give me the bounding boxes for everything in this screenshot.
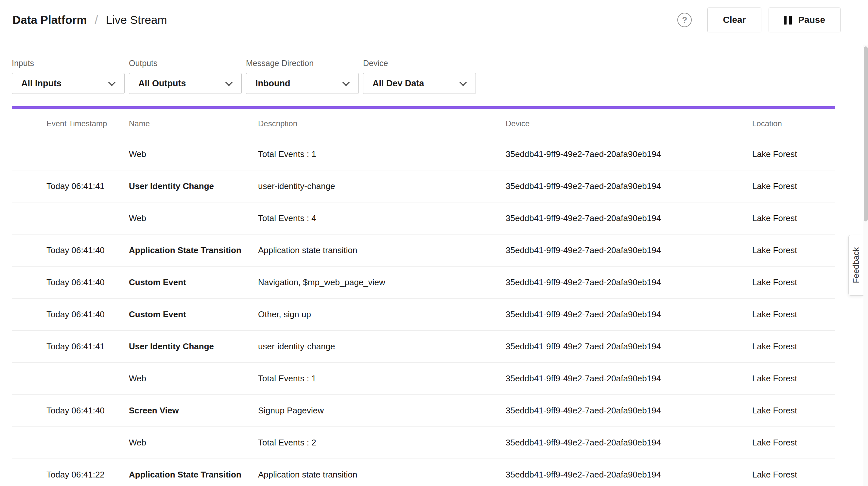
event-name: User Identity Change [129,341,258,352]
table-row[interactable]: Today 06:41:40 Custom Event Other, sign … [12,299,835,331]
filter-group-outputs: Outputs All Outputs [129,59,242,94]
event-table: Event Timestamp Name Description Device … [12,109,835,486]
filter-bar: Inputs All Inputs Outputs All Outputs Me… [0,44,868,94]
event-device: 35eddb41-9ff9-49e2-7aed-20afa90eb194 [506,469,752,480]
event-device: 35eddb41-9ff9-49e2-7aed-20afa90eb194 [506,309,752,320]
event-timestamp: Today 06:41:41 [46,341,129,352]
pause-button-label: Pause [798,15,826,25]
event-location: Lake Forest [752,309,835,320]
scrollbar-thumb[interactable] [864,47,868,221]
event-description: user-identity-change [258,181,506,191]
filter-label-outputs: Outputs [129,59,242,68]
table-row[interactable]: Today 06:41:40 Screen View Signup Pagevi… [12,395,835,427]
event-name: User Identity Change [129,181,258,191]
event-timestamp: Today 06:41:40 [46,245,129,255]
table-row[interactable]: Today 06:41:22 Application State Transit… [12,459,835,486]
chevron-down-icon [108,79,116,86]
chevron-down-icon [225,79,233,86]
event-description: Application state transition [258,469,506,480]
event-description: Signup Pageview [258,405,506,416]
event-device: 35eddb41-9ff9-49e2-7aed-20afa90eb194 [506,149,752,159]
feedback-tab[interactable]: Feedback [848,235,863,296]
event-name: Application State Transition [129,245,258,255]
table-header-row: Event Timestamp Name Description Device … [12,109,835,138]
clear-button[interactable]: Clear [707,7,761,32]
table-row[interactable]: Web Total Events : 2 35eddb41-9ff9-49e2-… [12,427,835,459]
filter-label-message-direction: Message Direction [246,59,359,68]
event-device: 35eddb41-9ff9-49e2-7aed-20afa90eb194 [506,341,752,352]
filter-label-device: Device [363,59,476,68]
event-location: Lake Forest [752,277,835,287]
event-description: Total Events : 1 [258,149,506,159]
feedback-tab-label: Feedback [851,247,861,283]
event-location: Lake Forest [752,149,835,159]
filter-dropdown-device[interactable]: All Dev Data [363,73,476,94]
filter-group-device: Device All Dev Data [363,59,476,94]
event-location: Lake Forest [752,373,835,384]
event-location: Lake Forest [752,437,835,448]
filter-value-outputs: All Outputs [138,79,186,89]
table-row[interactable]: Today 06:41:41 User Identity Change user… [12,171,835,203]
column-header-description: Description [258,119,506,128]
filter-group-message-direction: Message Direction Inbound [246,59,359,94]
page-title: Live Stream [106,13,167,27]
event-name: Application State Transition [129,469,258,480]
event-description: Total Events : 4 [258,213,506,223]
event-timestamp: Today 06:41:41 [46,181,129,191]
column-header-device: Device [506,119,752,128]
event-description: user-identity-change [258,341,506,352]
event-name: Web [129,213,258,223]
event-name: Web [129,149,258,159]
table-row[interactable]: Today 06:41:40 Custom Event Navigation, … [12,267,835,299]
event-name: Screen View [129,405,258,416]
event-location: Lake Forest [752,341,835,352]
event-name: Custom Event [129,309,258,320]
breadcrumb-separator: / [95,13,98,27]
event-name: Custom Event [129,277,258,287]
event-location: Lake Forest [752,469,835,480]
accent-bar [12,106,835,109]
help-icon[interactable]: ? [677,13,692,27]
filter-dropdown-outputs[interactable]: All Outputs [129,73,242,94]
scrollbar[interactable] [863,44,868,486]
event-location: Lake Forest [752,181,835,191]
event-device: 35eddb41-9ff9-49e2-7aed-20afa90eb194 [506,437,752,448]
event-timestamp: Today 06:41:40 [46,277,129,287]
filter-group-inputs: Inputs All Inputs [12,59,125,94]
table-row[interactable]: Web Total Events : 1 35eddb41-9ff9-49e2-… [12,363,835,395]
table-row[interactable]: Today 06:41:40 Application State Transit… [12,235,835,267]
event-timestamp: Today 06:41:40 [46,309,129,320]
column-header-name: Name [129,119,258,128]
event-name: Web [129,373,258,384]
event-location: Lake Forest [752,213,835,223]
chevron-down-icon [342,79,350,86]
filter-label-inputs: Inputs [12,59,125,68]
event-device: 35eddb41-9ff9-49e2-7aed-20afa90eb194 [506,277,752,287]
header-actions: ? Clear Pause [677,7,840,32]
breadcrumb-section[interactable]: Data Platform [12,13,87,27]
event-location: Lake Forest [752,245,835,255]
event-timestamp: Today 06:41:40 [46,405,129,416]
event-name: Web [129,437,258,448]
clear-button-label: Clear [723,15,746,25]
breadcrumb: Data Platform / Live Stream [12,13,167,27]
pause-icon [784,16,792,25]
event-device: 35eddb41-9ff9-49e2-7aed-20afa90eb194 [506,373,752,384]
pause-button[interactable]: Pause [769,7,841,32]
filter-dropdown-message-direction[interactable]: Inbound [246,73,359,94]
table-row[interactable]: Web Total Events : 4 35eddb41-9ff9-49e2-… [12,203,835,235]
filter-dropdown-inputs[interactable]: All Inputs [12,73,125,94]
filter-value-inputs: All Inputs [21,79,61,89]
event-timestamp: Today 06:41:22 [46,469,129,480]
filter-value-device: All Dev Data [373,79,424,89]
table-row[interactable]: Web Total Events : 1 35eddb41-9ff9-49e2-… [12,138,835,171]
chevron-down-icon [460,79,467,86]
table-row[interactable]: Today 06:41:41 User Identity Change user… [12,331,835,363]
column-header-timestamp: Event Timestamp [46,119,129,128]
table-body: Web Total Events : 1 35eddb41-9ff9-49e2-… [12,138,835,486]
event-device: 35eddb41-9ff9-49e2-7aed-20afa90eb194 [506,245,752,255]
filter-value-message-direction: Inbound [255,79,290,89]
event-description: Navigation, $mp_web_page_view [258,277,506,287]
column-header-location: Location [752,119,835,128]
event-description: Other, sign up [258,309,506,320]
